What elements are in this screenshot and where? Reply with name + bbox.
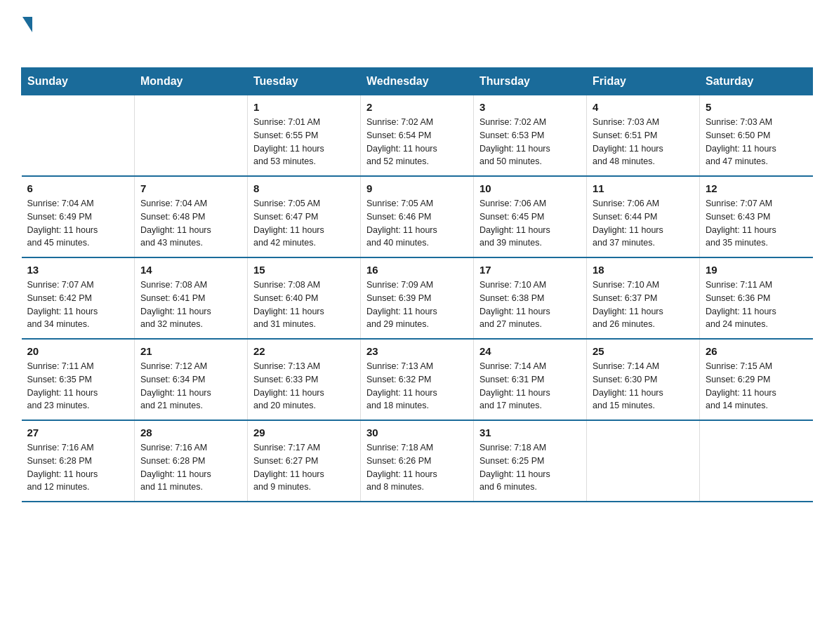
day-info: Sunrise: 7:12 AM Sunset: 6:34 PM Dayligh… (140, 360, 241, 412)
calendar-cell: 25Sunrise: 7:14 AM Sunset: 6:30 PM Dayli… (587, 339, 700, 420)
calendar-header-row: SundayMondayTuesdayWednesdayThursdayFrid… (22, 68, 813, 95)
calendar-cell: 6Sunrise: 7:04 AM Sunset: 6:49 PM Daylig… (22, 176, 135, 257)
logo (21, 14, 62, 55)
calendar-cell: 20Sunrise: 7:11 AM Sunset: 6:35 PM Dayli… (22, 339, 135, 420)
day-number: 2 (366, 101, 468, 113)
day-number: 18 (593, 264, 694, 276)
day-info: Sunrise: 7:18 AM Sunset: 6:25 PM Dayligh… (479, 441, 581, 494)
calendar-cell: 8Sunrise: 7:05 AM Sunset: 6:47 PM Daylig… (248, 176, 361, 257)
day-info: Sunrise: 7:05 AM Sunset: 6:46 PM Dayligh… (366, 197, 468, 250)
calendar-cell (587, 420, 700, 502)
day-number: 11 (593, 182, 694, 194)
calendar-cell: 22Sunrise: 7:13 AM Sunset: 6:33 PM Dayli… (248, 339, 361, 420)
calendar-cell: 29Sunrise: 7:17 AM Sunset: 6:27 PM Dayli… (248, 420, 361, 502)
calendar-cell: 3Sunrise: 7:02 AM Sunset: 6:53 PM Daylig… (474, 95, 587, 177)
day-number: 4 (593, 101, 694, 113)
day-info: Sunrise: 7:02 AM Sunset: 6:53 PM Dayligh… (479, 116, 581, 168)
calendar-cell: 28Sunrise: 7:16 AM Sunset: 6:28 PM Dayli… (135, 420, 248, 502)
calendar-header-wednesday: Wednesday (361, 68, 474, 95)
day-info: Sunrise: 7:16 AM Sunset: 6:28 PM Dayligh… (27, 441, 129, 494)
day-number: 25 (593, 345, 694, 357)
calendar-week-row: 20Sunrise: 7:11 AM Sunset: 6:35 PM Dayli… (22, 339, 813, 420)
day-info: Sunrise: 7:11 AM Sunset: 6:36 PM Dayligh… (706, 279, 807, 331)
page-header (21, 14, 813, 55)
calendar-cell: 17Sunrise: 7:10 AM Sunset: 6:38 PM Dayli… (474, 257, 587, 339)
calendar-cell: 12Sunrise: 7:07 AM Sunset: 6:43 PM Dayli… (700, 176, 813, 257)
day-number: 26 (706, 345, 807, 357)
day-number: 9 (366, 182, 468, 194)
calendar-cell (700, 420, 813, 502)
calendar-cell: 19Sunrise: 7:11 AM Sunset: 6:36 PM Dayli… (700, 257, 813, 339)
day-info: Sunrise: 7:13 AM Sunset: 6:33 PM Dayligh… (253, 360, 355, 412)
calendar-cell: 5Sunrise: 7:03 AM Sunset: 6:50 PM Daylig… (700, 95, 813, 177)
day-number: 22 (253, 345, 355, 357)
day-number: 17 (479, 264, 581, 276)
day-number: 14 (140, 264, 241, 276)
day-number: 12 (706, 182, 807, 194)
day-number: 13 (27, 264, 129, 276)
day-info: Sunrise: 7:06 AM Sunset: 6:44 PM Dayligh… (593, 197, 694, 250)
day-number: 6 (27, 182, 129, 194)
day-number: 27 (27, 427, 129, 438)
day-number: 10 (479, 182, 581, 194)
day-info: Sunrise: 7:06 AM Sunset: 6:45 PM Dayligh… (479, 197, 581, 250)
calendar-cell: 24Sunrise: 7:14 AM Sunset: 6:31 PM Dayli… (474, 339, 587, 420)
day-number: 28 (140, 427, 241, 438)
calendar-table: SundayMondayTuesdayWednesdayThursdayFrid… (21, 67, 813, 502)
day-number: 8 (253, 182, 355, 194)
calendar-cell: 30Sunrise: 7:18 AM Sunset: 6:26 PM Dayli… (361, 420, 474, 502)
calendar-cell: 10Sunrise: 7:06 AM Sunset: 6:45 PM Dayli… (474, 176, 587, 257)
day-number: 7 (140, 182, 241, 194)
calendar-week-row: 1Sunrise: 7:01 AM Sunset: 6:55 PM Daylig… (22, 95, 813, 177)
day-info: Sunrise: 7:10 AM Sunset: 6:37 PM Dayligh… (593, 279, 694, 331)
calendar-header-friday: Friday (587, 68, 700, 95)
calendar-cell: 7Sunrise: 7:04 AM Sunset: 6:48 PM Daylig… (135, 176, 248, 257)
day-number: 3 (479, 101, 581, 113)
calendar-cell: 9Sunrise: 7:05 AM Sunset: 6:46 PM Daylig… (361, 176, 474, 257)
day-info: Sunrise: 7:03 AM Sunset: 6:50 PM Dayligh… (706, 116, 807, 168)
calendar-week-row: 6Sunrise: 7:04 AM Sunset: 6:49 PM Daylig… (22, 176, 813, 257)
day-info: Sunrise: 7:08 AM Sunset: 6:41 PM Dayligh… (140, 279, 241, 331)
day-info: Sunrise: 7:08 AM Sunset: 6:40 PM Dayligh… (253, 279, 355, 331)
day-info: Sunrise: 7:17 AM Sunset: 6:27 PM Dayligh… (253, 441, 355, 494)
day-info: Sunrise: 7:07 AM Sunset: 6:43 PM Dayligh… (706, 197, 807, 250)
calendar-cell: 14Sunrise: 7:08 AM Sunset: 6:41 PM Dayli… (135, 257, 248, 339)
calendar-cell: 4Sunrise: 7:03 AM Sunset: 6:51 PM Daylig… (587, 95, 700, 177)
calendar-header-monday: Monday (135, 68, 248, 95)
day-info: Sunrise: 7:14 AM Sunset: 6:31 PM Dayligh… (479, 360, 581, 412)
day-info: Sunrise: 7:11 AM Sunset: 6:35 PM Dayligh… (27, 360, 129, 412)
logo-arrow-icon (22, 17, 32, 32)
day-info: Sunrise: 7:14 AM Sunset: 6:30 PM Dayligh… (593, 360, 694, 412)
day-info: Sunrise: 7:01 AM Sunset: 6:55 PM Dayligh… (253, 116, 355, 168)
day-number: 23 (366, 345, 468, 357)
calendar-cell: 31Sunrise: 7:18 AM Sunset: 6:25 PM Dayli… (474, 420, 587, 502)
calendar-cell: 18Sunrise: 7:10 AM Sunset: 6:37 PM Dayli… (587, 257, 700, 339)
calendar-header-sunday: Sunday (22, 68, 135, 95)
day-info: Sunrise: 7:13 AM Sunset: 6:32 PM Dayligh… (366, 360, 468, 412)
day-number: 21 (140, 345, 241, 357)
day-info: Sunrise: 7:02 AM Sunset: 6:54 PM Dayligh… (366, 116, 468, 168)
calendar-cell: 21Sunrise: 7:12 AM Sunset: 6:34 PM Dayli… (135, 339, 248, 420)
day-info: Sunrise: 7:10 AM Sunset: 6:38 PM Dayligh… (479, 279, 581, 331)
day-info: Sunrise: 7:04 AM Sunset: 6:48 PM Dayligh… (140, 197, 241, 250)
day-info: Sunrise: 7:09 AM Sunset: 6:39 PM Dayligh… (366, 279, 468, 331)
calendar-cell: 1Sunrise: 7:01 AM Sunset: 6:55 PM Daylig… (248, 95, 361, 177)
calendar-cell: 2Sunrise: 7:02 AM Sunset: 6:54 PM Daylig… (361, 95, 474, 177)
calendar-cell (22, 95, 135, 177)
calendar-week-row: 13Sunrise: 7:07 AM Sunset: 6:42 PM Dayli… (22, 257, 813, 339)
day-info: Sunrise: 7:15 AM Sunset: 6:29 PM Dayligh… (706, 360, 807, 412)
calendar-header-tuesday: Tuesday (248, 68, 361, 95)
calendar-cell: 23Sunrise: 7:13 AM Sunset: 6:32 PM Dayli… (361, 339, 474, 420)
day-number: 30 (366, 427, 468, 438)
day-number: 31 (479, 427, 581, 438)
day-number: 16 (366, 264, 468, 276)
day-info: Sunrise: 7:04 AM Sunset: 6:49 PM Dayligh… (27, 197, 129, 250)
calendar-cell: 11Sunrise: 7:06 AM Sunset: 6:44 PM Dayli… (587, 176, 700, 257)
calendar-cell: 13Sunrise: 7:07 AM Sunset: 6:42 PM Dayli… (22, 257, 135, 339)
day-info: Sunrise: 7:16 AM Sunset: 6:28 PM Dayligh… (140, 441, 241, 494)
day-number: 24 (479, 345, 581, 357)
day-info: Sunrise: 7:03 AM Sunset: 6:51 PM Dayligh… (593, 116, 694, 168)
day-number: 19 (706, 264, 807, 276)
day-info: Sunrise: 7:05 AM Sunset: 6:47 PM Dayligh… (253, 197, 355, 250)
day-number: 20 (27, 345, 129, 357)
